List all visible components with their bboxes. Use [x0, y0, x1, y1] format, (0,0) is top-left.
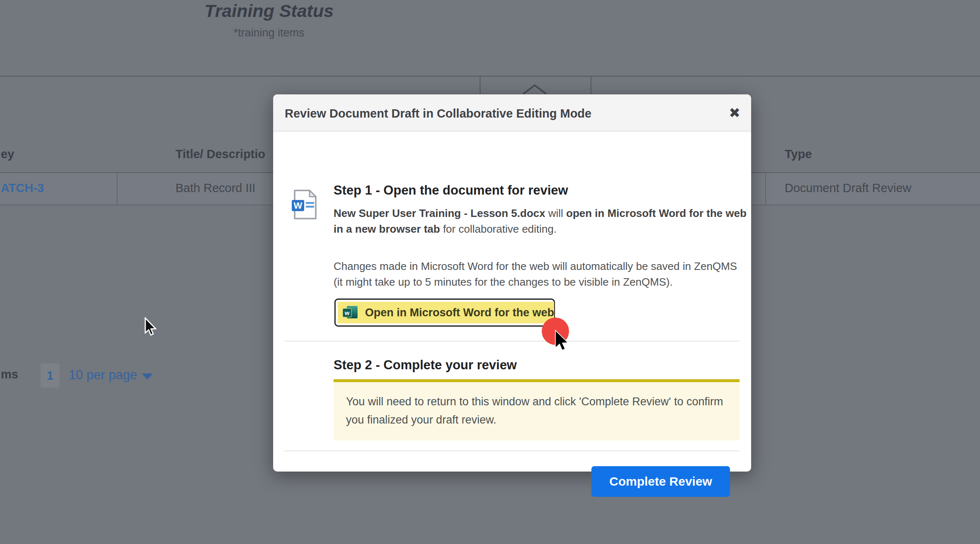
dialog-body: W Step 1 - Open the document for review … — [273, 132, 751, 472]
step2-notice: You will need to return to this window a… — [334, 379, 740, 440]
review-dialog: Review Document Draft in Collaborative E… — [273, 94, 751, 472]
per-page-dropdown[interactable]: 10 per page — [69, 368, 153, 383]
word-logo-icon: w — [342, 306, 359, 320]
pagination-items-label: ms — [1, 368, 18, 381]
document-name: New Super User Training - Lesson 5.docx — [334, 207, 545, 219]
step2-heading: Step 2 - Complete your review — [334, 358, 517, 373]
open-button-label: Open in Microsoft Word for the web — [365, 306, 554, 319]
column-header-type: Type — [785, 147, 812, 161]
section-divider — [0, 76, 980, 77]
caret-down-icon — [142, 373, 153, 380]
page-subtitle: *training items — [166, 26, 372, 39]
table-row-type: Document Draft Review — [785, 181, 911, 195]
column-header-key: ey — [1, 147, 14, 161]
step1-description: New Super User Training - Lesson 5.docx … — [334, 205, 747, 237]
section-divider-2 — [284, 450, 740, 451]
mouse-cursor — [144, 317, 158, 338]
highlighted-label: w Open in Microsoft Word for the web — [338, 302, 554, 323]
click-cursor-icon — [554, 330, 571, 354]
section-divider-1 — [284, 341, 740, 342]
screen: Training Status *training items ey Title… — [0, 0, 980, 544]
svg-text:W: W — [294, 200, 303, 211]
table-row-key-link[interactable]: ATCH-3 — [1, 181, 44, 195]
pagination-page-1[interactable]: 1 — [41, 363, 60, 388]
column-header-title: Title/ Descriptio — [175, 147, 265, 161]
dialog-title: Review Document Draft in Collaborative E… — [285, 94, 591, 132]
svg-text:w: w — [344, 309, 350, 316]
complete-review-button[interactable]: Complete Review — [591, 466, 730, 497]
dialog-header: Review Document Draft in Collaborative E… — [273, 94, 751, 132]
step1-heading: Step 1 - Open the document for review — [334, 183, 568, 198]
page-title: Training Status — [166, 1, 372, 21]
chevron-up-icon[interactable] — [521, 83, 549, 95]
close-icon[interactable]: ✖ — [729, 94, 740, 132]
autosave-note: Changes made in Microsoft Word for the w… — [334, 258, 747, 290]
word-document-icon: W — [291, 189, 318, 220]
per-page-label: 10 per page — [69, 368, 137, 383]
table-row-title: Bath Record III — [175, 181, 255, 195]
column-divider-2 — [765, 173, 766, 205]
column-divider-1 — [117, 173, 118, 205]
open-in-word-button[interactable]: w Open in Microsoft Word for the web — [334, 298, 555, 327]
